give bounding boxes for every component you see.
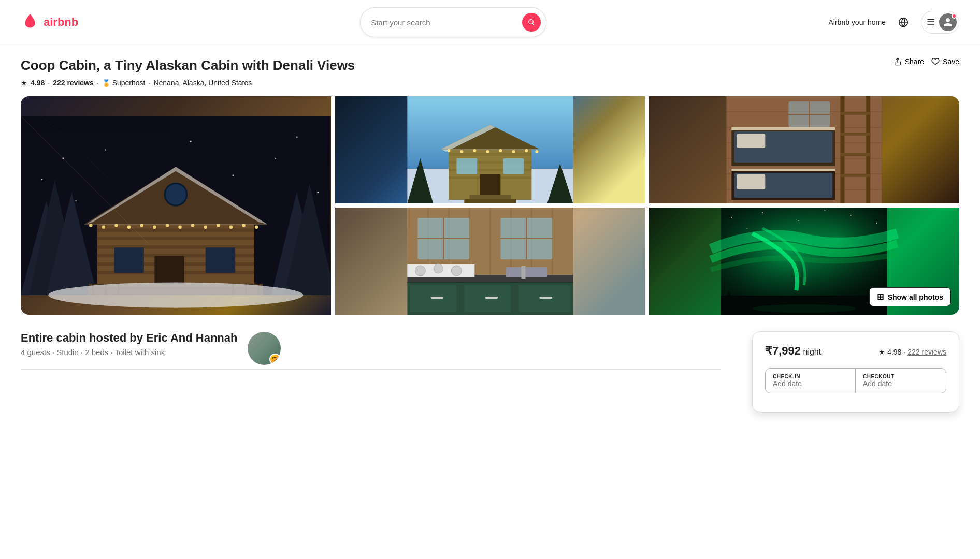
superhost-label: Superhost (112, 79, 146, 87)
svg-rect-135 (506, 267, 547, 277)
svg-point-72 (447, 149, 450, 152)
photo-bottom-right-1[interactable] (335, 208, 645, 315)
svg-point-37 (166, 224, 169, 227)
search-button[interactable] (522, 13, 541, 32)
share-button[interactable]: Share (893, 57, 924, 66)
svg-point-76 (499, 149, 502, 152)
hamburger-icon: ☰ (927, 17, 935, 28)
share-icon (893, 57, 902, 66)
header-right: Airbnb your home ☰ (828, 11, 959, 34)
svg-point-41 (217, 224, 220, 227)
heart-icon (931, 57, 940, 66)
svg-point-32 (102, 226, 106, 229)
svg-point-53 (232, 174, 234, 176)
listing-info: Entire cabin hosted by Eric And Hannah 4… (21, 331, 721, 413)
svg-point-140 (731, 217, 732, 218)
svg-point-50 (41, 179, 42, 180)
checkin-value: Add date (773, 379, 848, 388)
price-amount: ₹7,992 (765, 344, 801, 357)
star-icon-booking: ★ (878, 348, 885, 356)
photo-top-right-2[interactable] (649, 96, 959, 203)
photo-grid: ⊞ Show all photos (21, 96, 959, 315)
svg-point-142 (799, 220, 800, 221)
svg-point-34 (127, 226, 131, 229)
svg-point-39 (191, 224, 195, 227)
svg-point-49 (296, 136, 297, 138)
listing-actions: Share Save (893, 57, 959, 66)
globe-button[interactable] (894, 13, 913, 32)
rating-value: 4.98 (31, 79, 45, 87)
airbnb-your-home-link[interactable]: Airbnb your home (828, 18, 886, 26)
svg-point-133 (434, 264, 443, 273)
listing-title-area: Coop Cabin, a Tiny Alaskan Cabin with De… (21, 57, 355, 96)
svg-point-46 (105, 149, 106, 150)
superhost-icon: 🏅 (102, 79, 110, 87)
listing-header: Coop Cabin, a Tiny Alaskan Cabin with De… (21, 57, 959, 96)
photo-bottom-right-2[interactable]: ⊞ Show all photos (649, 208, 959, 315)
dot-separator-1: · (48, 79, 50, 87)
svg-point-75 (486, 150, 489, 153)
svg-point-79 (535, 150, 538, 153)
share-label: Share (905, 57, 924, 66)
svg-point-40 (204, 226, 207, 229)
svg-point-145 (747, 228, 748, 229)
svg-rect-136 (521, 266, 525, 279)
svg-rect-9 (97, 237, 254, 241)
dot-separator-3: · (148, 79, 150, 87)
listing-meta: ★ 4.98 · 222 reviews · 🏅 Superhost · Nen… (21, 79, 355, 87)
main-content: Coop Cabin, a Tiny Alaskan Cabin with De… (0, 45, 980, 433)
location-link[interactable]: Nenana, Alaska, United States (153, 79, 252, 87)
svg-point-146 (825, 210, 826, 211)
svg-point-77 (512, 150, 515, 153)
svg-rect-128 (430, 297, 443, 299)
photo-main[interactable] (21, 96, 331, 315)
svg-rect-129 (485, 297, 498, 299)
svg-point-47 (190, 141, 191, 142)
show-all-photos-button[interactable]: ⊞ Show all photos (869, 287, 951, 306)
divider (21, 369, 721, 370)
booking-card: ₹7,992 night ★ 4.98 · 222 reviews CHECK-… (752, 331, 959, 413)
svg-point-52 (75, 200, 76, 201)
checkout-cell[interactable]: CHECKOUT Add date (856, 369, 946, 393)
grid-icon: ⊞ (877, 292, 884, 302)
reviews-link-meta[interactable]: 222 reviews (53, 79, 94, 87)
svg-rect-18 (206, 247, 235, 273)
svg-point-33 (114, 224, 118, 227)
show-all-photos-label: Show all photos (888, 293, 943, 301)
svg-point-150 (753, 304, 856, 313)
svg-rect-92 (841, 112, 871, 115)
globe-icon (898, 17, 909, 27)
booking-reviews-link[interactable]: 222 reviews (907, 348, 946, 356)
avatar-wrap (939, 13, 957, 31)
search-input[interactable] (371, 18, 517, 27)
notification-dot (952, 13, 957, 19)
search-bar[interactable] (360, 7, 546, 37)
price-rating-area: ★ 4.98 · 222 reviews (878, 348, 946, 356)
user-menu[interactable]: ☰ (921, 11, 959, 34)
price-row: ₹7,992 night ★ 4.98 · 222 reviews (765, 344, 946, 358)
svg-point-141 (762, 212, 763, 213)
checkout-label: CHECKOUT (863, 374, 939, 379)
booking-rating: 4.98 (887, 348, 901, 356)
photo-top-right-1[interactable] (335, 96, 645, 203)
svg-rect-103 (737, 134, 766, 148)
superhost-badge: 🏅 Superhost (102, 79, 146, 87)
checkout-value: Add date (863, 379, 939, 388)
host-title: Entire cabin hosted by Eric And Hannah (21, 331, 237, 345)
checkin-cell[interactable]: CHECK-IN Add date (766, 369, 856, 393)
svg-rect-60 (449, 153, 531, 156)
listing-details: 4 guests · Studio · 2 beds · Toilet with… (21, 348, 237, 357)
save-button[interactable]: Save (931, 57, 959, 66)
svg-point-38 (178, 226, 182, 229)
svg-rect-70 (464, 199, 516, 203)
logo[interactable]: airbnb (21, 13, 78, 32)
svg-point-144 (876, 223, 877, 224)
host-text: Entire cabin hosted by Eric And Hannah 4… (21, 331, 237, 365)
host-badge-icon: 🛡 (269, 354, 281, 365)
host-avatar: 🛡 (248, 332, 281, 365)
svg-point-51 (317, 192, 319, 193)
svg-point-73 (460, 150, 463, 153)
save-label: Save (943, 57, 959, 66)
svg-point-16 (166, 184, 186, 204)
header: airbnb Airbnb your home ☰ (0, 0, 980, 45)
